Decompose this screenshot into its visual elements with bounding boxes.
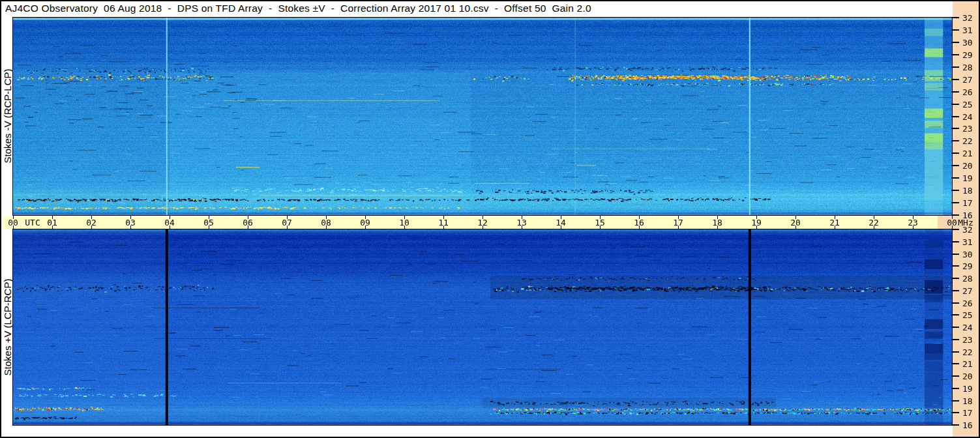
app-window: AJ4CO Observatory 06 Aug 2018 - DPS on T… <box>0 0 980 438</box>
ylabel-stokes-plus-v: Stokes +V (LCP-RCP) <box>2 279 13 376</box>
spectrogram-stokes-minus-v <box>12 17 953 216</box>
time-axis-band <box>2 216 938 229</box>
ylabel-stokes-minus-v: Stokes -V (RCP-LCP) <box>2 68 13 163</box>
frequency-axis-column <box>953 1 979 437</box>
spectrogram-stokes-plus-v <box>12 229 953 426</box>
window-title: AJ4CO Observatory 06 Aug 2018 - DPS on T… <box>5 3 591 14</box>
